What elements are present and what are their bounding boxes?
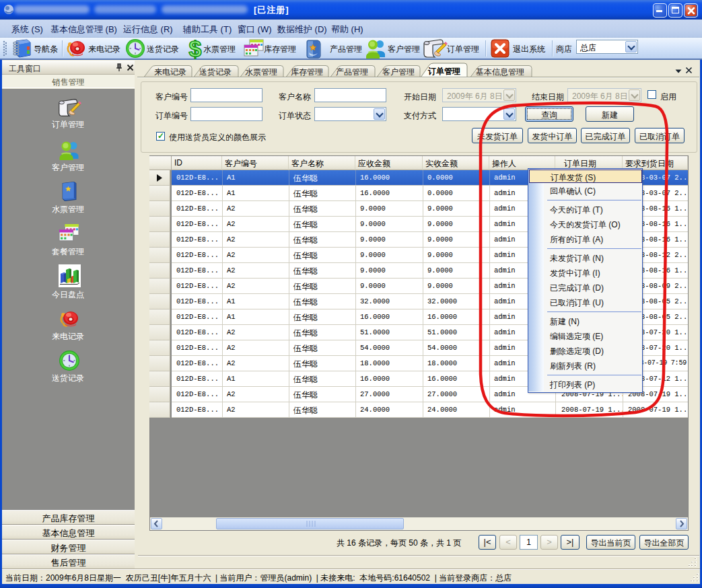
svg-text:$: $ [189,38,202,60]
